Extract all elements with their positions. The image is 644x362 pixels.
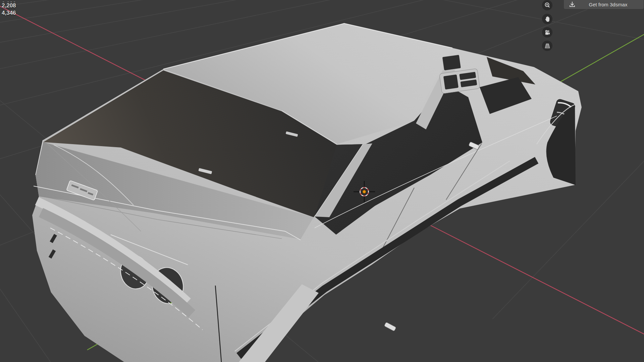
zoom-button[interactable] (542, 0, 552, 10)
perspective-grid-icon (544, 43, 551, 49)
get-from-3dsmax-button[interactable]: Get from 3dsmax (564, 0, 644, 9)
3d-viewport[interactable]: 6,696 2,208 4,346 (0, 0, 644, 362)
zoom-icon (544, 2, 551, 9)
perspective-toggle-button[interactable] (542, 41, 552, 51)
camera-view-button[interactable] (542, 27, 552, 38)
camera-view-icon (544, 29, 551, 36)
door-handle-rear-right (384, 322, 396, 331)
addon-button-label: Get from 3dsmax (576, 2, 644, 7)
download-icon (569, 1, 576, 8)
viewport-canvas[interactable] (0, 0, 644, 362)
pan-hand-icon (544, 16, 551, 22)
pan-button[interactable] (542, 14, 552, 24)
car-body-mesh[interactable] (32, 23, 582, 362)
object-origin-point (363, 190, 366, 193)
